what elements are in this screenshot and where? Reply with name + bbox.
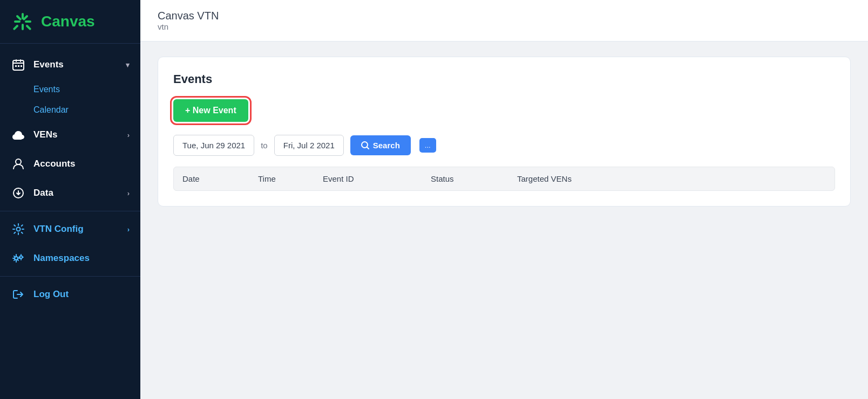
main-body: Events + New Event Tue, Jun 29 2021 to F… xyxy=(140,42,868,399)
sidebar-item-logout[interactable]: Log Out xyxy=(0,280,140,309)
canvas-logo-icon xyxy=(11,10,35,33)
gears-icon xyxy=(11,251,26,266)
sidebar-item-vens[interactable]: VENs › xyxy=(0,120,140,149)
new-event-button[interactable]: + New Event xyxy=(173,99,248,122)
sidebar-item-events[interactable]: Events ▾ xyxy=(0,50,140,79)
calendar-icon xyxy=(11,57,26,72)
sidebar-item-vtn-config[interactable]: VTN Config › xyxy=(0,215,140,244)
sidebar-data-label: Data xyxy=(33,188,53,198)
col-date: Date xyxy=(182,174,258,183)
table-header: Date Time Event ID Status Targeted VENs xyxy=(173,167,835,191)
svg-rect-11 xyxy=(20,59,21,62)
svg-rect-3 xyxy=(14,20,21,23)
sidebar-item-namespaces[interactable]: Namespaces xyxy=(0,244,140,273)
search-button[interactable]: Search xyxy=(350,135,411,155)
svg-rect-2 xyxy=(22,24,24,30)
col-status: Status xyxy=(431,174,517,183)
main-content: Canvas VTN vtn Events + New Event Tue, J… xyxy=(140,0,868,399)
sidebar-item-accounts[interactable]: Accounts xyxy=(0,149,140,178)
sidebar-item-events-sub[interactable]: Events xyxy=(0,79,140,100)
data-arrow: › xyxy=(127,189,130,197)
sidebar-logout-label: Log Out xyxy=(33,289,69,300)
vtn-config-arrow: › xyxy=(127,225,130,233)
sidebar: Canvas Events ▾ Events Calenda xyxy=(0,0,140,399)
main-header: Canvas VTN vtn xyxy=(140,0,868,42)
sidebar-vtn-config-label: VTN Config xyxy=(33,224,84,235)
sidebar-divider-2 xyxy=(0,276,140,277)
date-to-input[interactable]: Fri, Jul 2 2021 xyxy=(274,135,344,156)
more-options-button[interactable]: ... xyxy=(419,138,436,153)
app-name: Canvas xyxy=(41,13,95,30)
events-card: Events + New Event Tue, Jun 29 2021 to F… xyxy=(158,57,851,207)
svg-point-15 xyxy=(16,159,21,164)
download-icon xyxy=(11,185,26,201)
sidebar-accounts-label: Accounts xyxy=(33,159,75,169)
col-targeted-vens: Targeted VENs xyxy=(517,174,826,183)
sidebar-namespaces-label: Namespaces xyxy=(33,253,90,264)
page-subtitle: vtn xyxy=(158,22,851,31)
col-time: Time xyxy=(258,174,323,183)
page-title: Canvas VTN xyxy=(158,10,851,22)
cloud-icon xyxy=(11,127,26,142)
sidebar-events-label: Events xyxy=(33,59,64,70)
sidebar-divider xyxy=(0,211,140,211)
svg-rect-12 xyxy=(15,65,17,67)
svg-rect-14 xyxy=(21,65,22,67)
to-label: to xyxy=(261,141,268,150)
sidebar-navigation: Events ▾ Events Calendar VENs › xyxy=(0,44,140,399)
svg-rect-13 xyxy=(18,65,19,67)
sidebar-item-data[interactable]: Data › xyxy=(0,178,140,208)
svg-point-17 xyxy=(17,228,21,231)
user-icon xyxy=(11,156,26,171)
vens-arrow: › xyxy=(127,131,130,139)
date-from-input[interactable]: Tue, Jun 29 2021 xyxy=(173,135,254,156)
logout-icon xyxy=(11,287,26,302)
col-event-id: Event ID xyxy=(323,174,431,183)
search-icon xyxy=(361,141,369,149)
card-title: Events xyxy=(173,72,835,86)
sidebar-logo: Canvas xyxy=(0,0,140,44)
header-title-block: Canvas VTN vtn xyxy=(158,10,851,31)
svg-rect-4 xyxy=(25,20,31,23)
filter-row: Tue, Jun 29 2021 to Fri, Jul 2 2021 Sear… xyxy=(173,135,835,156)
gear-icon xyxy=(11,222,26,237)
events-arrow: ▾ xyxy=(126,61,130,69)
sidebar-vens-label: VENs xyxy=(33,129,57,140)
svg-rect-10 xyxy=(16,59,17,62)
sidebar-item-calendar[interactable]: Calendar xyxy=(0,100,140,120)
